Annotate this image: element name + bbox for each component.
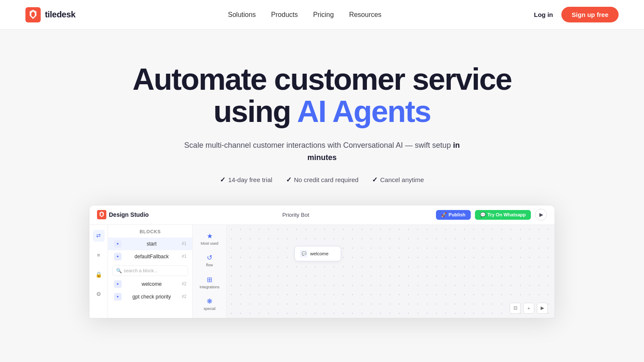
block-types-panel: ★ Most used ↺ flow ⊞ Integrations ❋ spec… — [193, 225, 227, 318]
block-type-most-used[interactable]: ★ Most used — [198, 229, 222, 249]
sidebar-lock-icon[interactable]: 🔒 — [93, 269, 105, 281]
block-type-special[interactable]: ❋ special — [198, 294, 222, 314]
block-item-start[interactable]: ✦ start #1 — [108, 238, 192, 250]
blocks-panel: Blocks ✦ start #1 ✦ defaultFallback #1 🔍… — [108, 225, 193, 318]
integrations-icon: ⊞ — [207, 276, 212, 284]
hero-heading-highlight: AI Agents — [297, 94, 430, 128]
play-button[interactable]: ▶ — [535, 209, 547, 221]
nav-actions: Log in Sign up free — [534, 7, 619, 22]
special-label: special — [203, 307, 215, 311]
titlebar-logo-icon — [97, 210, 106, 219]
canvas-toolbar: ⊡ + ▶ — [510, 303, 548, 314]
trust-badge-cancel: ✓ Cancel anytime — [372, 176, 424, 184]
blocks-panel-title: Blocks — [108, 229, 192, 238]
hero-subheading: Scale multi-channel customer interaction… — [178, 139, 466, 164]
block-label-gpt: gpt check priority — [125, 294, 178, 300]
block-count-fallback: #1 — [182, 254, 186, 259]
icon-sidebar: ⇄ ≡ 🔒 ⚙ — [89, 225, 108, 318]
block-count-welcome: #2 — [182, 282, 186, 286]
nav-link-resources[interactable]: Resources — [349, 11, 381, 19]
trust-badges: ✓ 14-day free trial ✓ No credit card req… — [220, 176, 424, 184]
block-count-gpt: #2 — [182, 294, 186, 299]
hero-heading: Automate customer service using AI Agent… — [133, 64, 511, 127]
block-dot-start: ✦ — [114, 240, 122, 248]
nav-link-solutions[interactable]: Solutions — [228, 11, 256, 19]
block-item-welcome[interactable]: ✦ welcome #2 — [108, 278, 192, 290]
try-whatsapp-button[interactable]: 💬 Try On Whatsapp — [475, 210, 531, 220]
publish-label: Publish — [449, 212, 466, 217]
block-item-defaultFallback[interactable]: ✦ defaultFallback #1 — [108, 250, 192, 263]
trust-label-cancel: Cancel anytime — [380, 176, 424, 183]
flow-label: flow — [206, 263, 213, 267]
whatsapp-icon: 💬 — [480, 212, 486, 218]
block-search[interactable]: 🔍 search a block... — [112, 265, 188, 276]
canvas-fit-button[interactable]: ⊡ — [510, 303, 521, 314]
nav-link-pricing[interactable]: Pricing — [313, 11, 334, 19]
product-titlebar: Design Studio Priority Bot 🚀 Publish 💬 T… — [89, 205, 555, 225]
signup-button[interactable]: Sign up free — [561, 7, 619, 22]
titlebar-bot-name: Priority Bot — [282, 212, 309, 218]
check-icon-trial: ✓ — [220, 176, 225, 184]
block-search-placeholder: search a block... — [124, 268, 158, 273]
login-button[interactable]: Log in — [534, 8, 553, 21]
canvas-node-welcome[interactable]: 💬 welcome — [294, 246, 341, 261]
canvas-area[interactable]: 💬 welcome ⊡ + ▶ — [227, 225, 555, 318]
block-dot-fallback: ✦ — [114, 253, 122, 260]
logo-link[interactable]: tiledesk — [25, 7, 75, 22]
block-dot-gpt: ✦ — [114, 293, 122, 301]
product-body: ⇄ ≡ 🔒 ⚙ Blocks ✦ start #1 ✦ defaultFallb… — [89, 225, 555, 318]
nav-link-products[interactable]: Products — [271, 11, 298, 19]
special-icon: ❋ — [207, 297, 212, 305]
hero-section: Automate customer service using AI Agent… — [0, 30, 644, 318]
play-icon: ▶ — [539, 212, 543, 218]
block-item-gpt[interactable]: ✦ gpt check priority #2 — [108, 290, 192, 303]
trust-label-trial: 14-day free trial — [228, 176, 272, 183]
block-count-start: #1 — [182, 241, 186, 246]
titlebar-app-name: Design Studio — [109, 211, 149, 218]
integrations-label: Integrations — [200, 285, 219, 289]
canvas-play-button[interactable]: ▶ — [537, 303, 548, 314]
most-used-icon: ★ — [207, 232, 213, 240]
trust-badge-trial: ✓ 14-day free trial — [220, 176, 272, 184]
block-type-integrations[interactable]: ⊞ Integrations — [198, 273, 222, 292]
navigation: tiledesk Solutions Products Pricing Reso… — [0, 0, 644, 30]
block-label-start: start — [125, 241, 178, 247]
canvas-node-label-welcome: welcome — [310, 251, 328, 256]
titlebar-actions: 🚀 Publish 💬 Try On Whatsapp ▶ — [436, 209, 547, 221]
canvas-node-icon-welcome: 💬 — [300, 250, 308, 257]
trust-badge-card: ✓ No credit card required — [286, 176, 359, 184]
block-dot-welcome: ✦ — [114, 280, 122, 288]
most-used-label: Most used — [201, 241, 219, 246]
block-label-welcome: welcome — [125, 281, 178, 287]
titlebar-logo: Design Studio — [97, 210, 149, 219]
block-label-fallback: defaultFallback — [125, 254, 178, 260]
hero-heading-part2: using — [214, 94, 297, 128]
block-type-flow[interactable]: ↺ flow — [198, 251, 222, 270]
check-icon-card: ✓ — [286, 176, 291, 184]
flow-icon: ↺ — [207, 254, 212, 262]
sidebar-gear-icon[interactable]: ⚙ — [93, 288, 105, 300]
publish-button[interactable]: 🚀 Publish — [436, 210, 471, 220]
check-icon-cancel: ✓ — [372, 176, 378, 184]
search-icon: 🔍 — [116, 268, 122, 274]
nav-links: Solutions Products Pricing Resources — [228, 11, 381, 19]
rocket-icon: 🚀 — [441, 212, 447, 218]
hero-subheading-main: Scale multi-channel customer interaction… — [184, 141, 453, 149]
canvas-zoom-in-button[interactable]: + — [523, 303, 534, 314]
tiledesk-logo-icon — [25, 7, 41, 22]
sidebar-list-icon[interactable]: ≡ — [93, 249, 105, 261]
trust-label-card: No credit card required — [294, 176, 359, 183]
product-preview: Design Studio Priority Bot 🚀 Publish 💬 T… — [89, 205, 555, 318]
hero-heading-part1: Automate customer service — [133, 62, 511, 96]
try-whatsapp-label: Try On Whatsapp — [488, 212, 526, 217]
brand-name: tiledesk — [45, 10, 75, 19]
titlebar-center: Priority Bot — [155, 212, 436, 218]
sidebar-share-icon[interactable]: ⇄ — [93, 230, 105, 242]
